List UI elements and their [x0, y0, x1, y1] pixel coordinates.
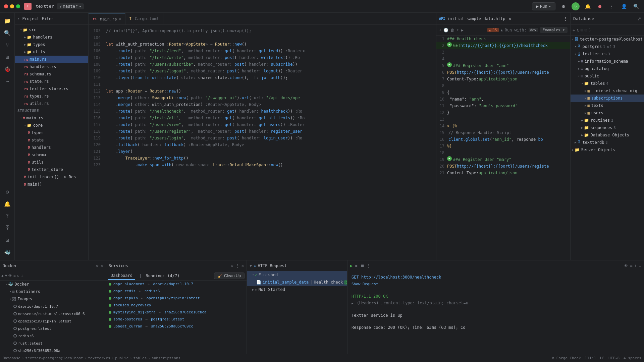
tree-item-textter-store-rs[interactable]: rs textter_store.rs — [15, 85, 88, 93]
run-request-5-icon[interactable]: ▶ — [447, 62, 452, 67]
stop-icon[interactable]: ⏹ — [361, 263, 365, 268]
breadcrumb-server[interactable]: textter-postgres@localhost — [25, 356, 83, 360]
db-expand-icon[interactable]: ⟩ — [589, 27, 591, 33]
db-subscriptions[interactable]: ▾ ▦ subscriptions — [571, 95, 644, 102]
breadcrumb-public[interactable]: public — [115, 356, 128, 360]
services-tool-icon[interactable]: ⊕ — [231, 263, 233, 268]
docker-chevron-down-icon[interactable]: ▼ — [5, 274, 7, 278]
docker-eye-icon[interactable]: 👁 — [8, 274, 12, 278]
docker-container-item[interactable]: postgres:latest — [0, 325, 106, 332]
sidebar-item-folder[interactable]: 📁 — [2, 15, 13, 26]
eye-icon[interactable]: 👁 — [624, 263, 628, 268]
db-filter-icon[interactable]: ⊡ — [585, 27, 587, 33]
sidebar-item-git[interactable]: ⑂ — [2, 40, 13, 50]
tree-item-state-rs[interactable]: rs state.rs — [15, 78, 88, 85]
tree-item-struct-main[interactable]: M main() — [15, 181, 88, 188]
db-postgres[interactable]: ▾ 🗄 postgres 1 of 3 — [571, 43, 644, 50]
service-focused-heyrovsky[interactable]: focused_heyrovsky — [106, 302, 247, 309]
maximize-button[interactable] — [16, 4, 20, 8]
tab-cargo-toml[interactable]: T Cargo.toml — [125, 13, 163, 24]
db-textter-rs[interactable]: ▾ 🗄 textter-rs 3 — [571, 50, 644, 58]
http-initial-sample[interactable]: 📄 initial_sample_data | Health check St — [247, 279, 347, 286]
step-over-icon[interactable]: ⏭ — [355, 263, 359, 268]
db-database-objects[interactable]: ▶ 📁 Database Objects — [571, 131, 644, 139]
http-line-2[interactable]: 2 ▶ GET http://{{host}}:{{port}}/healthc… — [436, 42, 570, 49]
tree-item-init-tracer[interactable]: M init_tracer() -> Res — [15, 173, 88, 181]
docker-refresh-icon[interactable]: ↻ — [17, 274, 19, 278]
copy-icon[interactable]: ⊞ — [639, 263, 641, 268]
tree-item-utils[interactable]: ▶ 📁 utils — [15, 48, 88, 56]
db-public[interactable]: ▾ ⊞ public — [571, 72, 644, 80]
sidebar-item-search[interactable]: 🔍 — [2, 27, 13, 38]
add-icon[interactable]: + — [439, 28, 441, 33]
sidebar-item-extensions[interactable]: ⊞ — [2, 52, 13, 62]
docker-tool-icon[interactable]: ⊕ — [96, 263, 99, 268]
db-diesel-schema[interactable]: ▶ ▦ __diesel_schema_mig — [571, 87, 644, 95]
chevron-up-icon[interactable]: ▲ — [501, 28, 503, 32]
more-icon[interactable]: ⋮ — [564, 16, 568, 21]
tree-item-struct-main-rs[interactable]: ▾ M main.rs — [15, 114, 88, 122]
services-close-icon[interactable]: ✕ — [241, 263, 244, 268]
lines-icon[interactable]: ≡ — [630, 263, 632, 268]
db-server-objects[interactable]: ▶ 📁 Server Objects — [571, 146, 644, 154]
trash-icon[interactable]: 🗑 — [450, 28, 454, 33]
tree-item-types-rs[interactable]: rs types.rs — [15, 93, 88, 100]
user-icon[interactable]: 👤 — [620, 2, 628, 10]
tree-item-struct-types[interactable]: M types — [15, 129, 88, 136]
http-file-name[interactable]: initial_sample_data.http — [447, 16, 505, 21]
db-add-icon[interactable]: + — [573, 27, 575, 33]
docker-container-item[interactable]: redis:6 — [0, 332, 106, 340]
more-icon[interactable]: ⋮ — [367, 263, 371, 268]
docker-filter-icon[interactable]: ≡ — [13, 274, 16, 278]
avatar[interactable]: G — [572, 2, 580, 10]
db-routines[interactable]: ▶ 📁 routines 2 — [571, 117, 644, 124]
db-server[interactable]: ▾ 🗄 textter-postgres@localhost 3 — [571, 36, 644, 43]
db-textterdb[interactable]: ▶ 🗄 textterdb 3 — [571, 139, 644, 146]
service-mystifying-dijkstra[interactable]: mystifying_dijkstra ← sha256:d70ece10cbc… — [106, 309, 247, 316]
service-dapr-zipkin[interactable]: dapr_zipkin ← openzipkin/zipkin:latest — [106, 295, 247, 302]
tree-item-struct-core[interactable]: ▾ 📁 core — [15, 122, 88, 129]
tree-item-handlers[interactable]: ▶ 📁 handlers — [15, 34, 88, 41]
search-icon[interactable]: 🔍 — [632, 2, 640, 10]
db-copy-icon[interactable]: ⊞ — [581, 27, 583, 33]
docker-container-root[interactable]: ▾ 🐳 Docker — [0, 281, 106, 288]
docker-container-item[interactable]: openzipkin/zipkin:latest — [0, 317, 106, 325]
docker-container-item[interactable]: rust:latest — [0, 340, 106, 347]
tree-item-struct-handlers[interactable]: M handlers — [15, 144, 88, 151]
http-not-started-item[interactable]: ▶ ○ Not Started — [247, 286, 347, 293]
service-dapr-placement[interactable]: dapr_placement ← daprio/dapr:1.10.7 — [106, 281, 247, 288]
docker-container-item[interactable]: sha256:6f305652c08a — [0, 347, 106, 354]
tree-item-utils-rs[interactable]: rs utils.rs — [15, 100, 88, 107]
tree-item-struct-schema[interactable]: M schema — [15, 151, 88, 159]
close-button[interactable] — [4, 4, 8, 8]
tree-item-struct-state[interactable]: M state — [15, 136, 88, 144]
sidebar-item-debug[interactable]: 🐞 — [2, 64, 13, 74]
tree-item-struct-textter-store[interactable]: M textter_store — [15, 166, 88, 173]
breadcrumb-textter-rs[interactable]: textter-rs — [88, 356, 110, 360]
close-icon[interactable]: ✕ — [508, 16, 511, 21]
docker-containers-item[interactable]: ▾ ⊞ Containers — [0, 288, 106, 295]
db-users[interactable]: ▶ ▦ users — [571, 109, 644, 117]
run-button[interactable]: ▶ Run ▾ — [532, 2, 555, 10]
docker-close-icon[interactable]: ✕ — [101, 263, 103, 268]
docker-container-item[interactable]: daprio/dapr:1.10.7 — [0, 303, 106, 310]
settings-icon[interactable]: ⚙ — [559, 2, 568, 10]
line-ending-label[interactable]: LF — [600, 356, 604, 360]
tree-item-types[interactable]: ▶ 📁 types — [15, 41, 88, 48]
minimize-button[interactable] — [10, 4, 14, 8]
db-sequences[interactable]: ▶ 📁 sequences 6 — [571, 124, 644, 131]
docker-add-icon[interactable]: + — [21, 273, 23, 279]
service-upbeat-curran[interactable]: upbeat_curran ← sha256:258a85cf69cc — [106, 323, 247, 330]
db-pg-catalog[interactable]: ▶ ⊞ pg_catalog — [571, 65, 644, 72]
tree-item-handlers-rs[interactable]: rs handlers.rs — [15, 63, 88, 70]
more-options-icon[interactable]: ⋮ — [608, 2, 616, 10]
tree-item-src[interactable]: ▾ 📁 src — [15, 26, 88, 34]
service-dapr-redis[interactable]: dapr_redis ← redis:6 — [106, 288, 247, 295]
record-icon[interactable]: ⏺ — [596, 2, 604, 10]
play-icon[interactable]: ▶ — [461, 28, 463, 33]
branch-selector[interactable]: ⑂ master ▾ — [57, 3, 84, 9]
db-tables[interactable]: ▾ 📁 tables 4 — [571, 80, 644, 87]
notification-icon[interactable]: 🔔 — [584, 2, 592, 10]
tree-item-main-rs[interactable]: rs main.rs — [15, 56, 88, 63]
clean-up-button[interactable]: 🧹 Clean Up — [214, 273, 245, 279]
